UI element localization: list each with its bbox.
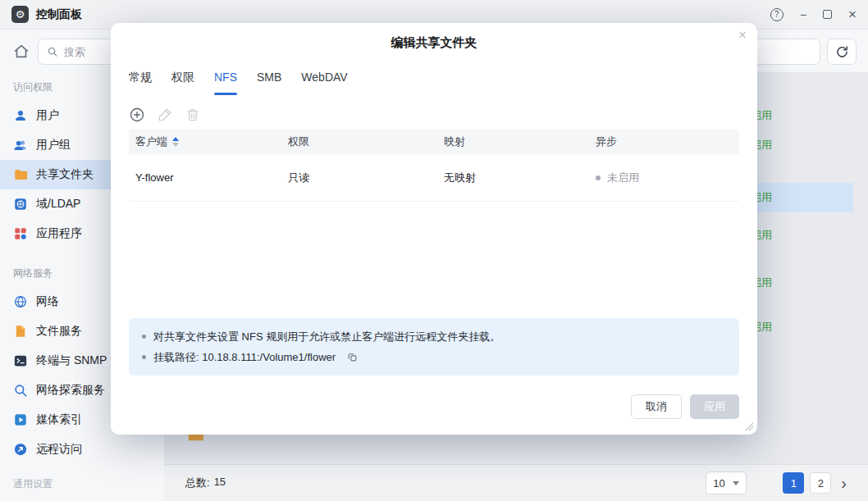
sidebar-item-label: 媒体索引: [36, 412, 82, 427]
tab-webdav[interactable]: WebDAV: [301, 71, 347, 95]
sidebar-item-label: 网络: [36, 294, 59, 309]
nfs-info-box: 对共享文件夹设置 NFS 规则用于允许或禁止客户端进行远程文件夹挂载。 挂载路径…: [129, 318, 739, 376]
table-header: 客户端 权限 映射 异步: [129, 130, 739, 154]
close-window-button[interactable]: ×: [848, 7, 857, 23]
cell-mapping: 无映射: [437, 171, 589, 185]
sidebar-item-label: 文件服务: [36, 324, 82, 339]
page-button-2[interactable]: 2: [810, 472, 831, 494]
cell-client: Y-flower: [129, 171, 281, 184]
cell-permission: 只读: [281, 171, 437, 185]
home-icon: [12, 43, 30, 61]
edit-pencil-icon: [157, 107, 173, 123]
window-controls: ? − ×: [770, 7, 857, 23]
page-size-select[interactable]: 10: [706, 471, 747, 494]
minimize-button[interactable]: −: [800, 8, 806, 21]
cell-async: 未启用: [589, 171, 739, 185]
sidebar-item-label: 终端与 SNMP: [36, 353, 107, 368]
sidebar-item-label: 用户: [36, 108, 59, 123]
search-icon: [47, 46, 58, 57]
rule-toolbar: [129, 107, 739, 123]
sidebar-item-label: 用户组: [36, 138, 71, 153]
close-dialog-button[interactable]: ×: [738, 27, 747, 43]
bullet-dot: [142, 335, 146, 339]
terminal-icon: [13, 353, 28, 368]
mount-path-text: 挂载路径: 10.18.8.111:/Volume1/flower: [153, 350, 336, 365]
gear-icon: ⚙: [16, 8, 25, 20]
page-button-1[interactable]: 1: [783, 472, 804, 494]
screen: ⚙ 控制面板 ? − × 访问权限 用户 用户组: [0, 0, 868, 501]
plus-circle-icon: [129, 107, 145, 123]
sidebar-item-label: 共享文件夹: [36, 167, 94, 182]
sort-icon: [172, 137, 179, 147]
total-count: 总数: 15: [185, 476, 226, 490]
dialog-footer: 取消 应用: [129, 394, 739, 419]
folder-icon: [13, 167, 28, 182]
tab-smb[interactable]: SMB: [257, 71, 281, 95]
dialog-tabs: 常规 权限 NFS SMB WebDAV: [129, 71, 739, 95]
note-line: 挂载路径: 10.18.8.111:/Volume1/flower: [142, 347, 726, 367]
window-title: 控制面板: [36, 7, 82, 22]
sidebar-item-label: 应用程序: [36, 226, 82, 241]
chevron-down-icon: [733, 481, 739, 485]
column-header-async: 异步: [589, 134, 739, 149]
refresh-button[interactable]: [827, 39, 857, 65]
column-header-client[interactable]: 客户端: [129, 134, 281, 149]
column-header-permission: 权限: [281, 134, 437, 149]
column-header-mapping: 映射: [437, 134, 589, 149]
refresh-icon: [835, 45, 849, 59]
media-icon: [13, 412, 28, 427]
delete-rule-button[interactable]: [185, 107, 201, 123]
help-button[interactable]: ?: [770, 8, 783, 21]
sidebar-section-general: 通用设置: [13, 477, 53, 491]
edit-rule-button[interactable]: [157, 107, 173, 123]
magnifier-icon: [13, 383, 28, 398]
tab-general[interactable]: 常规: [129, 71, 152, 95]
user-icon: [13, 108, 28, 123]
dialog-title: 编辑共享文件夹: [111, 23, 757, 51]
status-text: 未启用: [607, 171, 639, 185]
sidebar-item-label: 网络探索服务: [36, 383, 105, 398]
pagination-bar: 总数: 15 10 1 2 ›: [164, 464, 868, 501]
add-rule-button[interactable]: [129, 107, 145, 123]
apps-grid-icon: [13, 226, 28, 241]
sidebar-item-label: 域/LDAP: [36, 197, 80, 212]
globe-icon: [13, 294, 28, 309]
tab-permissions[interactable]: 权限: [171, 71, 194, 95]
remote-arrow-icon: [13, 442, 28, 457]
sidebar-item-label: 远程访问: [36, 442, 82, 457]
file-icon: [13, 324, 28, 339]
edit-shared-folder-dialog: × 编辑共享文件夹 常规 权限 NFS SMB WebDAV 客户端: [111, 23, 757, 435]
sidebar-item-remote-access[interactable]: 远程访问: [0, 435, 164, 464]
trash-icon: [185, 107, 201, 123]
apply-button[interactable]: 应用: [690, 394, 739, 419]
note-line: 对共享文件夹设置 NFS 规则用于允许或禁止客户端进行远程文件夹挂载。: [142, 326, 726, 347]
status-dot: [596, 175, 601, 180]
note-text: 对共享文件夹设置 NFS 规则用于允许或禁止客户端进行远程文件夹挂载。: [153, 330, 500, 344]
resize-grip[interactable]: [744, 421, 754, 431]
app-logo: ⚙: [11, 6, 29, 23]
next-page-button[interactable]: ›: [841, 475, 847, 491]
copy-icon: [347, 352, 358, 362]
maximize-button[interactable]: [823, 10, 832, 19]
cancel-button[interactable]: 取消: [631, 394, 682, 419]
table-row[interactable]: Y-flower 只读 无映射 未启用: [129, 154, 739, 202]
copy-button[interactable]: [347, 352, 358, 362]
home-button[interactable]: [11, 42, 31, 61]
domain-icon: [13, 197, 28, 212]
bullet-dot: [142, 355, 146, 359]
users-icon: [13, 138, 28, 153]
nfs-rule-table: 客户端 权限 映射 异步 Y-flower 只读 无映射 未启用: [129, 130, 739, 202]
tab-nfs[interactable]: NFS: [214, 71, 237, 95]
